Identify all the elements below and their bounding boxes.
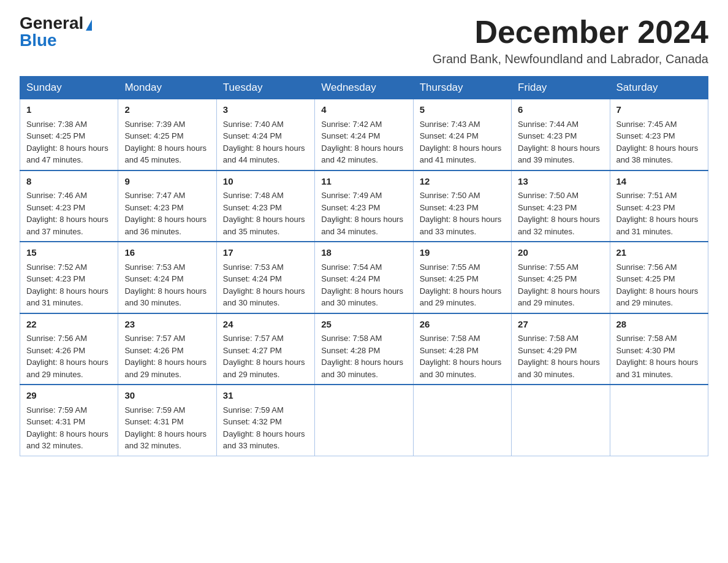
calendar-day-cell: 26Sunrise: 7:58 AMSunset: 4:28 PMDayligh… (413, 313, 511, 385)
daylight-minutes-text: and 47 minutes. (26, 155, 83, 164)
calendar-day-cell (413, 385, 511, 456)
sunset-text: Sunset: 4:24 PM (321, 274, 380, 283)
daylight-text: Daylight: 8 hours hours (616, 358, 699, 367)
day-number: 29 (26, 389, 112, 403)
calendar-day-cell: 19Sunrise: 7:55 AMSunset: 4:25 PMDayligh… (413, 242, 511, 313)
sunset-text: Sunset: 4:23 PM (124, 203, 183, 212)
sunset-text: Sunset: 4:27 PM (223, 346, 282, 355)
calendar-day-cell: 5Sunrise: 7:43 AMSunset: 4:24 PMDaylight… (413, 99, 511, 170)
day-number: 12 (420, 175, 505, 189)
calendar-day-cell: 14Sunrise: 7:51 AMSunset: 4:23 PMDayligh… (610, 170, 708, 242)
calendar-day-cell: 11Sunrise: 7:49 AMSunset: 4:23 PMDayligh… (315, 170, 413, 242)
daylight-text: Daylight: 8 hours hours (518, 144, 600, 153)
daylight-text: Daylight: 8 hours hours (616, 144, 699, 153)
logo-triangle-icon (86, 20, 92, 31)
daylight-minutes-text: and 29 minutes. (223, 370, 280, 379)
calendar-day-cell: 27Sunrise: 7:58 AMSunset: 4:29 PMDayligh… (512, 313, 610, 385)
day-number: 6 (518, 103, 603, 117)
sunset-text: Sunset: 4:29 PM (518, 346, 577, 355)
calendar-day-cell: 12Sunrise: 7:50 AMSunset: 4:23 PMDayligh… (413, 170, 511, 242)
daylight-text: Daylight: 8 hours hours (26, 215, 108, 224)
sunrise-text: Sunrise: 7:40 AM (223, 120, 284, 129)
sunset-text: Sunset: 4:23 PM (616, 131, 675, 140)
daylight-minutes-text: and 45 minutes. (124, 155, 181, 164)
daylight-text: Daylight: 8 hours hours (518, 286, 600, 296)
logo-blue-text: Blue (20, 31, 57, 50)
calendar-week-row: 29Sunrise: 7:59 AMSunset: 4:31 PMDayligh… (20, 385, 708, 456)
sunrise-text: Sunrise: 7:39 AM (124, 120, 185, 129)
logo-general-text: General (20, 13, 83, 33)
calendar-day-cell (315, 385, 413, 456)
daylight-minutes-text: and 31 minutes. (26, 298, 83, 307)
sunrise-text: Sunrise: 7:44 AM (518, 120, 578, 129)
calendar-day-cell: 6Sunrise: 7:44 AMSunset: 4:23 PMDaylight… (512, 99, 610, 170)
sunset-text: Sunset: 4:32 PM (223, 417, 282, 426)
calendar-day-cell: 17Sunrise: 7:53 AMSunset: 4:24 PMDayligh… (216, 242, 314, 313)
sunset-text: Sunset: 4:23 PM (518, 203, 577, 212)
sunset-text: Sunset: 4:24 PM (321, 131, 380, 140)
daylight-minutes-text: and 33 minutes. (223, 441, 280, 450)
daylight-minutes-text: and 44 minutes. (223, 155, 280, 164)
weekday-header-monday: Monday (118, 77, 216, 99)
day-number: 9 (124, 175, 210, 189)
logo-general-line: General (20, 15, 92, 32)
weekday-header-row: SundayMondayTuesdayWednesdayThursdayFrid… (20, 77, 708, 99)
day-number: 19 (420, 246, 505, 260)
sunrise-text: Sunrise: 7:52 AM (26, 262, 87, 272)
calendar-day-cell (610, 385, 708, 456)
daylight-text: Daylight: 8 hours hours (26, 429, 108, 439)
weekday-header-tuesday: Tuesday (216, 77, 314, 99)
daylight-minutes-text: and 32 minutes. (26, 441, 83, 450)
logo: General Blue (20, 15, 92, 49)
calendar-day-cell: 30Sunrise: 7:59 AMSunset: 4:31 PMDayligh… (118, 385, 216, 456)
sunset-text: Sunset: 4:31 PM (26, 417, 85, 426)
calendar-day-cell: 7Sunrise: 7:45 AMSunset: 4:23 PMDaylight… (610, 99, 708, 170)
daylight-text: Daylight: 8 hours hours (223, 215, 305, 224)
calendar-day-cell: 8Sunrise: 7:46 AMSunset: 4:23 PMDaylight… (20, 170, 118, 242)
day-number: 25 (321, 318, 406, 332)
weekday-header-saturday: Saturday (610, 77, 708, 99)
sunrise-text: Sunrise: 7:56 AM (616, 262, 677, 272)
sunrise-text: Sunrise: 7:58 AM (616, 334, 677, 343)
calendar-day-cell: 15Sunrise: 7:52 AMSunset: 4:23 PMDayligh… (20, 242, 118, 313)
sunrise-text: Sunrise: 7:55 AM (420, 262, 480, 272)
calendar-day-cell: 13Sunrise: 7:50 AMSunset: 4:23 PMDayligh… (512, 170, 610, 242)
sunset-text: Sunset: 4:23 PM (223, 203, 282, 212)
day-number: 26 (420, 318, 505, 332)
calendar-day-cell: 1Sunrise: 7:38 AMSunset: 4:25 PMDaylight… (20, 99, 118, 170)
sunrise-text: Sunrise: 7:53 AM (223, 262, 284, 272)
day-number: 23 (124, 318, 210, 332)
daylight-minutes-text: and 37 minutes. (26, 227, 83, 236)
title-area: December 2024 Grand Bank, Newfoundland a… (433, 15, 708, 66)
calendar-day-cell: 2Sunrise: 7:39 AMSunset: 4:25 PMDaylight… (118, 99, 216, 170)
daylight-minutes-text: and 29 minutes. (420, 298, 477, 307)
day-number: 8 (26, 175, 112, 189)
day-number: 7 (616, 103, 702, 117)
daylight-minutes-text: and 42 minutes. (321, 155, 378, 164)
sunset-text: Sunset: 4:25 PM (420, 274, 479, 283)
sunset-text: Sunset: 4:24 PM (223, 274, 282, 283)
daylight-minutes-text: and 41 minutes. (420, 155, 477, 164)
daylight-text: Daylight: 8 hours hours (321, 286, 403, 296)
daylight-text: Daylight: 8 hours hours (616, 215, 699, 224)
sunset-text: Sunset: 4:23 PM (616, 203, 675, 212)
day-number: 15 (26, 246, 112, 260)
sunset-text: Sunset: 4:23 PM (518, 131, 577, 140)
sunrise-text: Sunrise: 7:57 AM (223, 334, 284, 343)
daylight-text: Daylight: 8 hours hours (124, 215, 207, 224)
daylight-minutes-text: and 38 minutes. (616, 155, 673, 164)
sunrise-text: Sunrise: 7:57 AM (124, 334, 185, 343)
sunrise-text: Sunrise: 7:50 AM (518, 191, 578, 200)
sunrise-text: Sunrise: 7:59 AM (223, 405, 284, 415)
calendar-table: SundayMondayTuesdayWednesdayThursdayFrid… (20, 76, 708, 456)
daylight-minutes-text: and 30 minutes. (518, 370, 575, 379)
sunset-text: Sunset: 4:25 PM (616, 274, 675, 283)
daylight-minutes-text: and 29 minutes. (26, 370, 83, 379)
daylight-text: Daylight: 8 hours hours (223, 358, 305, 367)
calendar-day-cell: 31Sunrise: 7:59 AMSunset: 4:32 PMDayligh… (216, 385, 314, 456)
sunrise-text: Sunrise: 7:47 AM (124, 191, 185, 200)
daylight-minutes-text: and 31 minutes. (616, 227, 673, 236)
calendar-day-cell: 9Sunrise: 7:47 AMSunset: 4:23 PMDaylight… (118, 170, 216, 242)
sunset-text: Sunset: 4:24 PM (124, 274, 183, 283)
daylight-minutes-text: and 29 minutes. (124, 370, 181, 379)
